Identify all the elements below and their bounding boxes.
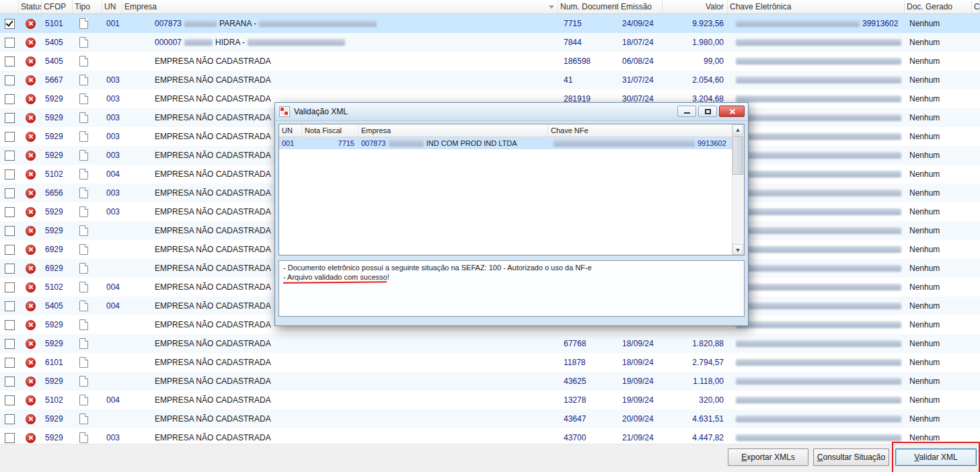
dialog-result-row[interactable]: 001 7715 007873 IND COM PROD IND LTDA 99… xyxy=(279,137,732,149)
row-checkbox[interactable] xyxy=(5,245,15,255)
num-documento-cell: 186598 xyxy=(558,52,619,71)
column-header-chave[interactable]: Chave Eletrônica xyxy=(728,0,905,13)
row-checkbox[interactable] xyxy=(5,75,15,85)
row-checkbox[interactable] xyxy=(5,151,15,161)
row-checkbox[interactable] xyxy=(5,207,15,217)
row-checkbox[interactable] xyxy=(5,226,15,236)
column-header-emissao[interactable]: Emissão xyxy=(619,0,663,13)
maximize-icon[interactable] xyxy=(698,106,717,117)
dialog-un-cell: 001 xyxy=(279,137,302,149)
table-row[interactable]: 5405EMPRESA NÃO CADASTRADA18659806/08/24… xyxy=(0,52,980,71)
row-checkbox[interactable] xyxy=(5,264,15,274)
dialog-column-header-un[interactable]: UN xyxy=(279,124,302,136)
accelerator-letter: E xyxy=(741,453,747,462)
cfop-cell: 5929 xyxy=(42,334,73,353)
row-checkbox[interactable] xyxy=(5,282,15,292)
document-type-icon xyxy=(79,75,88,85)
column-header-num[interactable]: Num. Documento xyxy=(558,0,619,13)
row-checkbox[interactable] xyxy=(5,414,15,424)
cfop-cell: 5929 xyxy=(42,127,73,146)
tipo-cell xyxy=(73,315,102,334)
column-header-check[interactable] xyxy=(0,0,19,13)
column-header-status[interactable]: Status xyxy=(19,0,42,13)
row-checkbox-cell xyxy=(0,71,19,89)
status-cell xyxy=(19,353,42,372)
dialog-column-header-empresa[interactable]: Empresa xyxy=(359,124,548,136)
row-checkbox[interactable] xyxy=(5,38,15,48)
row-checkbox[interactable] xyxy=(5,433,15,443)
error-status-icon xyxy=(26,38,36,48)
table-header: StatusCFOPTipoUNEmpresaNum. DocumentoEmi… xyxy=(0,0,980,14)
text-segment: EMPRESA NÃO CADASTRADA xyxy=(155,169,271,179)
redacted-text xyxy=(736,58,901,65)
row-checkbox[interactable] xyxy=(5,169,15,180)
document-type-icon xyxy=(79,56,88,67)
column-header-tipo[interactable]: Tipo xyxy=(73,0,102,13)
row-checkbox[interactable] xyxy=(5,377,15,387)
row-checkbox-cell xyxy=(0,33,19,52)
text-segment: EMPRESA NÃO CADASTRADA xyxy=(155,75,271,85)
scroll-up-icon[interactable] xyxy=(732,124,743,135)
scroll-down-icon[interactable] xyxy=(732,244,743,255)
column-header-empresa[interactable]: Empresa xyxy=(122,0,558,13)
table-row[interactable]: 5101001007873PARANA -771524/09/249.923,5… xyxy=(0,14,980,33)
column-header-label: UN xyxy=(104,2,116,11)
text-segment: EMPRESA NÃO CADASTRADA xyxy=(155,56,271,66)
redacted-text xyxy=(389,140,424,147)
table-row[interactable]: 5102004EMPRESA NÃO CADASTRADA1327819/09/… xyxy=(0,391,980,409)
un-cell: 003 xyxy=(102,146,122,165)
column-header-valor[interactable]: Valor xyxy=(663,0,728,13)
un-cell xyxy=(102,221,122,240)
text-segment: EMPRESA NÃO CADASTRADA xyxy=(155,245,271,254)
valor-cell: 99,00 xyxy=(663,52,728,71)
table-row[interactable]: 5929EMPRESA NÃO CADASTRADA4364720/09/244… xyxy=(0,409,980,428)
error-status-icon xyxy=(26,19,36,29)
row-checkbox[interactable] xyxy=(5,132,15,142)
scrollbar-thumb[interactable] xyxy=(732,136,743,175)
status-cell xyxy=(19,71,42,89)
row-checkbox[interactable] xyxy=(5,188,15,198)
row-checkbox[interactable] xyxy=(5,395,15,405)
error-status-icon xyxy=(26,132,36,142)
table-row[interactable]: 6101EMPRESA NÃO CADASTRADA1187818/09/242… xyxy=(0,353,980,372)
scrollbar[interactable] xyxy=(732,124,744,255)
table-row[interactable]: 5405000007HIDRA -784418/07/241.980,00Nen… xyxy=(0,33,980,52)
chave-eletronica-cell xyxy=(728,221,905,240)
dialog-column-header-chave-nfe[interactable]: Chave NFe xyxy=(548,124,732,136)
num-documento-cell: 43647 xyxy=(558,409,619,428)
row-checkbox[interactable] xyxy=(5,19,15,29)
status-cell xyxy=(19,33,42,52)
column-header-label: Chave Eletrônica xyxy=(730,2,791,11)
close-icon[interactable] xyxy=(719,106,745,117)
column-header-doc[interactable]: Doc. Gerado xyxy=(905,0,972,13)
row-checkbox[interactable] xyxy=(5,358,15,368)
row-checkbox[interactable] xyxy=(5,301,15,311)
column-header-un[interactable]: UN xyxy=(102,0,122,13)
text-segment: EMPRESA NÃO CADASTRADA xyxy=(155,395,271,405)
row-checkbox[interactable] xyxy=(5,113,15,123)
row-checkbox[interactable] xyxy=(5,339,15,349)
redacted-text xyxy=(736,378,901,385)
dialog-titlebar[interactable]: Validação XML xyxy=(275,103,748,121)
exportar-xmls-button[interactable]: Exportar XMLs xyxy=(728,448,808,466)
doc-gerado-cell: Nenhum xyxy=(905,221,972,240)
redacted-text xyxy=(736,359,901,366)
column-header-c[interactable]: C xyxy=(972,0,980,13)
table-row[interactable]: 5929EMPRESA NÃO CADASTRADA4362519/09/241… xyxy=(0,372,980,391)
tipo-cell xyxy=(73,202,102,221)
chave-eletronica-cell xyxy=(728,71,905,89)
row-checkbox[interactable] xyxy=(5,56,15,67)
dialog-column-header-nota-fiscal[interactable]: Nota Fiscal xyxy=(302,124,359,136)
row-checkbox[interactable] xyxy=(5,320,15,330)
cfop-cell: 5102 xyxy=(42,165,73,184)
table-row[interactable]: 5929EMPRESA NÃO CADASTRADA6776818/09/241… xyxy=(0,334,980,353)
minimize-icon[interactable] xyxy=(677,106,696,117)
column-header-cfop[interactable]: CFOP xyxy=(42,0,73,13)
validar-xml-button[interactable]: Validar XML xyxy=(895,448,977,466)
row-checkbox[interactable] xyxy=(5,94,15,104)
table-row[interactable]: 5667003EMPRESA NÃO CADASTRADA4131/07/242… xyxy=(0,71,980,89)
status-cell xyxy=(19,334,42,353)
consultar-situacao-button[interactable]: Consultar Situação xyxy=(813,448,889,466)
status-cell xyxy=(19,202,42,221)
redacted-text xyxy=(736,246,901,253)
